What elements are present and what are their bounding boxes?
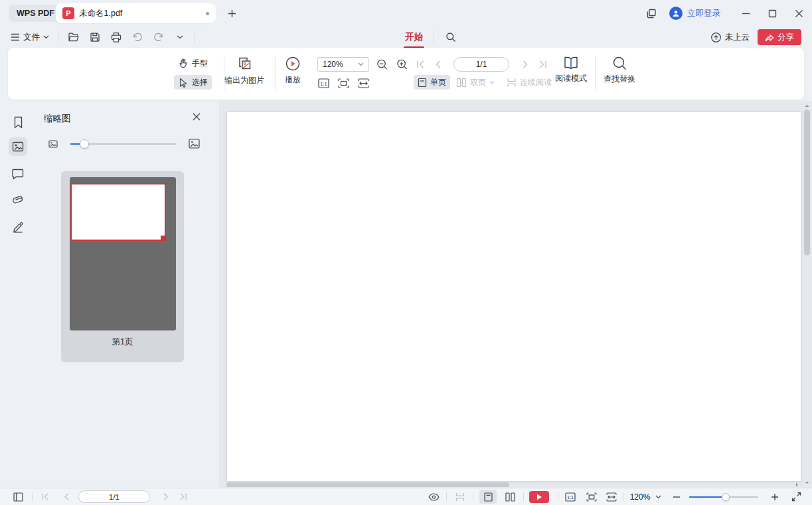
find-replace-button[interactable]: 查找替换 — [600, 56, 639, 85]
fit-page-button[interactable] — [337, 77, 349, 89]
one-to-one-icon: 1:1 — [318, 78, 329, 88]
single-page-icon — [418, 78, 427, 88]
select-tool-label: 选择 — [192, 77, 208, 88]
continuous-scroll-icon — [455, 492, 465, 502]
select-tool-button[interactable]: 选择 — [174, 75, 212, 90]
close-button[interactable] — [785, 0, 812, 27]
fit-width-button[interactable] — [357, 77, 369, 89]
sb-fit-page-button[interactable] — [584, 488, 599, 505]
undo-redo-menu-button[interactable] — [173, 30, 187, 44]
page-thumbnail[interactable]: 第1页 — [61, 171, 184, 362]
scroll-up-arrow[interactable] — [804, 103, 810, 109]
previous-page-button[interactable] — [432, 58, 444, 70]
sb-play-button[interactable] — [529, 491, 549, 503]
save-button[interactable] — [88, 30, 102, 44]
sb-two-page-button[interactable] — [502, 488, 518, 505]
thumbnail-smaller-button[interactable] — [47, 138, 59, 150]
single-page-mode-button[interactable]: 单页 — [414, 75, 450, 90]
minimize-button[interactable] — [732, 0, 759, 27]
sb-continuous-reading-button[interactable] — [453, 488, 467, 505]
sb-fit-width-button[interactable] — [604, 488, 619, 505]
zoom-slider-knob[interactable] — [722, 493, 730, 501]
annotate-panel-button[interactable] — [9, 218, 27, 236]
hand-tool-label: 手型 — [192, 58, 208, 69]
comments-panel-button[interactable] — [9, 165, 27, 183]
sb-first-page-button[interactable] — [39, 488, 52, 505]
new-tab-button[interactable] — [226, 7, 238, 19]
document-tab[interactable]: P 未命名1.pdf — [56, 3, 216, 23]
thumbnail-larger-button[interactable] — [188, 137, 200, 149]
share-label: 分享 — [777, 32, 794, 43]
print-button[interactable] — [109, 30, 123, 44]
cloud-status-button[interactable]: 未上云 — [710, 32, 750, 43]
viewport-indicator[interactable] — [70, 183, 166, 241]
hand-tool-button[interactable]: 手型 — [174, 56, 212, 70]
horizontal-scrollbar-thumb[interactable] — [226, 482, 509, 487]
tab-list-button[interactable] — [640, 0, 663, 27]
sb-page-number-input[interactable] — [78, 490, 150, 503]
divider — [32, 492, 33, 501]
document-view — [219, 101, 812, 488]
last-page-button[interactable] — [536, 58, 548, 70]
maximize-button[interactable] — [759, 0, 785, 27]
fit-width-icon — [606, 492, 617, 502]
sb-zoom-in-button[interactable] — [769, 488, 781, 505]
two-page-icon — [505, 492, 515, 502]
bookmarks-panel-button[interactable] — [9, 113, 27, 131]
search-button[interactable] — [444, 30, 458, 44]
file-menu-button[interactable]: 文件 — [11, 27, 58, 48]
next-page-button[interactable] — [519, 58, 531, 70]
zoom-level-select[interactable]: 120% — [317, 57, 369, 72]
login-button[interactable]: 立即登录 — [669, 7, 720, 20]
thumbnail-panel-close-button[interactable] — [189, 109, 204, 124]
fullscreen-button[interactable] — [789, 488, 803, 505]
first-page-button[interactable] — [414, 58, 426, 70]
vertical-scrollbar[interactable] — [803, 101, 811, 488]
share-button[interactable]: 分享 — [758, 29, 801, 45]
redo-button[interactable] — [151, 30, 166, 44]
close-icon — [795, 9, 803, 18]
sb-zoom-level-button[interactable]: 120% — [628, 488, 652, 505]
toggle-sidebar-button[interactable] — [11, 488, 25, 505]
tab-home[interactable]: 开始 — [404, 29, 424, 46]
viewport-resize-handle[interactable] — [161, 236, 165, 240]
sb-single-page-button[interactable] — [479, 490, 497, 504]
app-menu-button[interactable]: WPS PDF — [9, 5, 62, 22]
hand-icon — [178, 58, 189, 68]
eye-protection-button[interactable] — [426, 488, 441, 505]
fit-page-icon — [586, 492, 597, 502]
thumbnail-size-slider[interactable] — [70, 143, 177, 145]
plus-icon — [227, 9, 237, 19]
sb-next-page-button[interactable] — [159, 488, 173, 505]
chevron-right-icon — [523, 60, 528, 68]
zoom-in-button[interactable] — [396, 58, 408, 70]
slider-knob[interactable] — [80, 139, 89, 149]
read-mode-button[interactable]: 阅读模式 — [554, 56, 588, 84]
two-page-mode-button[interactable]: 双页 — [452, 75, 499, 90]
continuous-reading-button[interactable]: 连续阅读 — [503, 75, 556, 90]
thumbnails-panel-button[interactable] — [9, 137, 27, 156]
sb-actual-size-button[interactable]: 1:1 — [563, 488, 578, 505]
redo-icon — [153, 33, 164, 42]
sb-previous-page-button[interactable] — [60, 488, 73, 505]
vertical-scrollbar-thumb[interactable] — [804, 109, 810, 255]
open-file-button[interactable] — [66, 30, 81, 44]
zoom-out-button[interactable] — [376, 58, 388, 70]
scroll-down-arrow[interactable] — [804, 480, 810, 486]
pdf-page[interactable] — [226, 111, 801, 482]
scroll-right-arrow[interactable] — [794, 482, 800, 488]
pdf-file-icon: P — [62, 7, 74, 19]
sb-last-page-button[interactable] — [177, 488, 190, 505]
statusbar: 1:1 120% — [0, 488, 812, 505]
undo-button[interactable] — [130, 30, 145, 44]
actual-size-button[interactable]: 1:1 — [317, 77, 329, 89]
attachments-panel-button[interactable] — [9, 190, 27, 209]
export-image-button[interactable]: 输出为图片 — [220, 55, 268, 86]
horizontal-scrollbar[interactable] — [219, 482, 803, 488]
sb-zoom-menu-button[interactable] — [653, 488, 663, 505]
sb-zoom-out-button[interactable] — [671, 488, 683, 505]
svg-text:1:1: 1:1 — [320, 80, 327, 86]
page-number-input[interactable] — [453, 57, 509, 72]
zoom-slider[interactable] — [689, 496, 758, 498]
play-presentation-button[interactable]: 播放 — [276, 56, 309, 86]
